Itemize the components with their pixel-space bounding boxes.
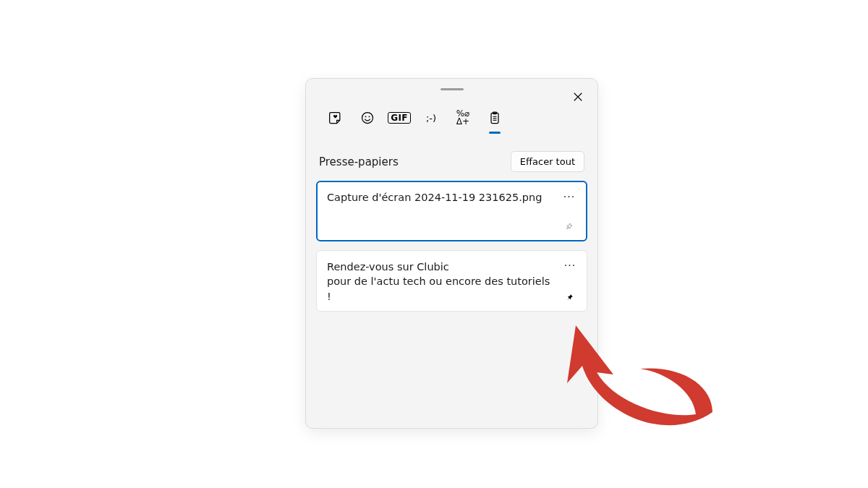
symbols-icon: %⌀Δ+ (456, 110, 470, 126)
clipboard-item-text: Rendez-vous sur Clubic pour de l'actu te… (327, 260, 576, 304)
kaomoji-icon: ;-) (426, 113, 436, 124)
more-icon: ··· (563, 190, 575, 203)
item-more-button[interactable]: ··· (562, 258, 578, 273)
tab-bar: GIF ;-) %⌀Δ+ (306, 90, 597, 128)
emoji-smile-icon (360, 111, 375, 125)
item-pin-button[interactable] (561, 218, 577, 234)
gif-icon: GIF (388, 112, 410, 124)
clipboard-item[interactable]: Rendez-vous sur Clubic pour de l'actu te… (316, 250, 587, 312)
clear-all-button[interactable]: Effacer tout (511, 151, 584, 172)
clipboard-icon (488, 111, 502, 125)
tab-recent[interactable] (328, 108, 344, 128)
svg-point-2 (369, 116, 370, 117)
svg-point-0 (362, 113, 373, 124)
tab-emoji[interactable] (359, 108, 375, 128)
item-more-button[interactable]: ··· (561, 189, 577, 204)
section-title: Presse-papiers (319, 155, 399, 168)
pin-filled-icon (566, 291, 574, 303)
more-icon: ··· (564, 259, 576, 272)
tab-kaomoji[interactable]: ;-) (423, 108, 439, 128)
tab-gif[interactable]: GIF (391, 108, 407, 128)
close-icon (573, 92, 583, 102)
clipboard-item[interactable]: Capture d'écran 2024-11-19 231625.png ··… (316, 181, 587, 241)
expression-input-panel: GIF ;-) %⌀Δ+ Presse-papiers Effacer tout… (305, 78, 598, 429)
clipboard-items: Capture d'écran 2024-11-19 231625.png ··… (306, 181, 597, 312)
tab-symbols[interactable]: %⌀Δ+ (455, 108, 471, 128)
item-pin-button[interactable] (562, 289, 578, 305)
tab-clipboard[interactable] (487, 108, 503, 128)
section-header: Presse-papiers Effacer tout (306, 128, 597, 181)
clipboard-item-text: Capture d'écran 2024-11-19 231625.png (327, 190, 576, 205)
pin-outline-icon (566, 221, 573, 232)
close-button[interactable] (567, 86, 589, 108)
sticker-heart-icon (328, 111, 343, 125)
svg-point-1 (365, 116, 367, 117)
